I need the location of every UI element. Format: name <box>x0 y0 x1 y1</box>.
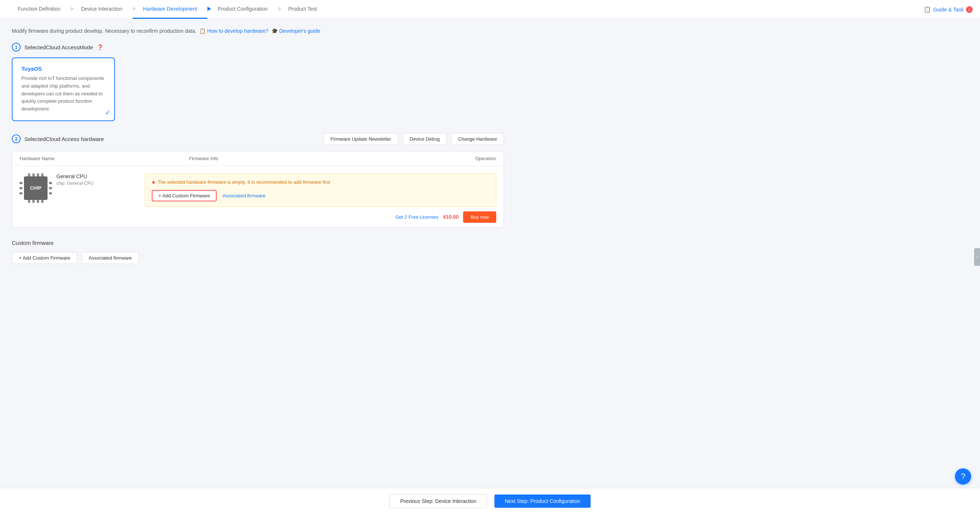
hardware-info: General CPU chip: General-CPU <box>56 173 130 186</box>
side-pin <box>19 187 22 189</box>
chip-pins-bottom <box>28 200 43 203</box>
hardware-name-text: General CPU <box>56 173 130 179</box>
section2-number: 2 <box>12 134 21 143</box>
tab-arrow <box>278 6 282 11</box>
tab-arrow <box>133 6 136 11</box>
card-title: TuyaOS <box>21 65 105 72</box>
warning-actions: + Add Custom Firmware Associated firmwar… <box>152 190 489 201</box>
hardware-chip-text: chip: General-CPU <box>56 181 130 186</box>
hardware-section: 2 SelectedCloud Access hardware Firmware… <box>12 133 504 228</box>
custom-firmware-actions: + Add Custom Firmware Associated firmwar… <box>12 252 504 264</box>
tab-function-definition[interactable]: Function Definition <box>7 0 71 19</box>
license-row: Get 2 Free Licenses ¥10.00 Buy now <box>12 207 504 227</box>
pin <box>41 200 43 203</box>
tab-arrow <box>207 6 211 11</box>
firmware-newsletter-button[interactable]: Firmware Update Newsletter <box>323 133 398 145</box>
graduate-icon: 🎓 <box>272 28 278 34</box>
hardware-actions: Firmware Update Newsletter Device Debug … <box>323 133 504 145</box>
section1-header: 1 SelectedCloud AccessMode ❓ <box>12 43 504 52</box>
section1-number: 1 <box>12 43 21 52</box>
guide-badge: 2 <box>966 6 973 13</box>
custom-associated-button[interactable]: Associated firmware <box>82 252 139 264</box>
hardware-row-inner: CHIP <box>12 166 504 207</box>
pin <box>37 200 39 203</box>
pin <box>32 200 35 203</box>
price-label: ¥10.00 <box>443 214 459 220</box>
device-debug-button[interactable]: Device Debug <box>402 133 447 145</box>
page-description: Modify firmware during product develop. … <box>12 28 504 34</box>
guide-icon: 📋 <box>924 6 931 13</box>
col-hardware-name: Hardware Name <box>19 156 189 161</box>
tab-product-test[interactable]: Product Test <box>278 0 328 19</box>
guide-task-button[interactable]: 📋 Guide & Task 2 <box>924 6 973 13</box>
custom-firmware-title: Custom firmware <box>12 240 504 246</box>
section2-title: SelectedCloud Access hardware <box>24 136 104 142</box>
pin <box>28 173 30 176</box>
main-content: Modify firmware during product develop. … <box>0 19 516 273</box>
tab-arrow <box>71 6 75 11</box>
chip-icon: CHIP <box>24 176 48 200</box>
change-hardware-button[interactable]: Change Hardware <box>451 133 504 145</box>
pin <box>32 173 35 176</box>
tab-hardware-development[interactable]: Hardware Development <box>133 0 207 19</box>
develop-hardware-link[interactable]: 📋 How to develop hardware? <box>199 28 269 34</box>
custom-add-firmware-button[interactable]: + Add Custom Firmware <box>12 252 77 264</box>
check-icon: ✓ <box>105 109 111 117</box>
book-icon: 📋 <box>199 28 205 34</box>
warning-text: ● The selected hardware firmware is empt… <box>152 179 489 186</box>
edge-collapse-arrow[interactable]: › <box>974 248 980 266</box>
pin <box>37 173 39 176</box>
associated-firmware-button[interactable]: Associated firmware <box>223 193 266 198</box>
chip-pins-top <box>28 173 43 176</box>
card-description: Provide rich IoT functional components a… <box>21 75 105 113</box>
access-mode-section: 1 SelectedCloud AccessMode ❓ TuyaOS Prov… <box>12 43 504 121</box>
warning-icon: ● <box>152 179 156 186</box>
add-custom-firmware-button[interactable]: + Add Custom Firmware <box>152 190 216 201</box>
hardware-section-header: 2 SelectedCloud Access hardware Firmware… <box>12 133 504 145</box>
custom-firmware-section: Custom firmware + Add Custom Firmware As… <box>12 240 504 264</box>
col-operation: Operation <box>441 156 496 161</box>
side-pin <box>19 192 22 194</box>
section2-title-group: 2 SelectedCloud Access hardware <box>12 134 104 143</box>
section1-title: SelectedCloud AccessMode <box>24 44 93 51</box>
firmware-warning: ● The selected hardware firmware is empt… <box>145 173 496 207</box>
side-pin <box>49 192 52 194</box>
top-navigation: Function Definition Device Interaction H… <box>0 0 980 19</box>
hardware-row: CHIP <box>12 166 504 228</box>
col-firmware-info: Firmware Info <box>189 156 441 161</box>
pin <box>28 200 30 203</box>
chip-container: CHIP <box>19 173 52 203</box>
table-header: Hardware Name Firmware Info Operation <box>12 151 504 166</box>
tab-product-configuration[interactable]: Product Configuration <box>207 0 278 19</box>
side-pin <box>49 182 52 184</box>
free-licenses-link[interactable]: Get 2 Free Licenses <box>395 214 438 220</box>
pin <box>41 173 43 176</box>
developer-guide-link[interactable]: 🎓 Developer's guide <box>272 28 321 34</box>
help-icon-section1[interactable]: ❓ <box>97 44 103 50</box>
side-pin <box>19 182 22 184</box>
hardware-table: Hardware Name Firmware Info Operation <box>12 151 504 228</box>
side-pin <box>49 187 52 189</box>
tuyaos-card[interactable]: TuyaOS Provide rich IoT functional compo… <box>12 57 115 121</box>
tab-device-interaction[interactable]: Device Interaction <box>71 0 133 19</box>
buy-now-button[interactable]: Buy now <box>463 211 496 223</box>
